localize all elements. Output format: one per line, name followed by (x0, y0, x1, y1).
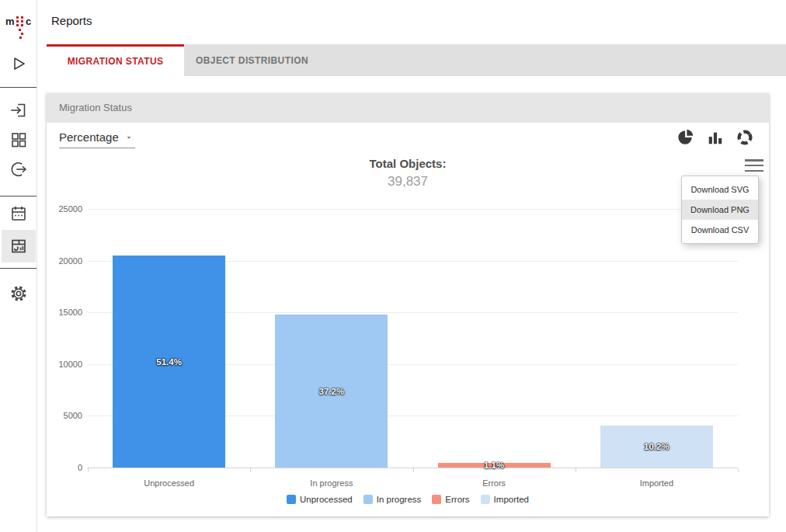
legend-swatch (481, 495, 490, 504)
context-menu-icon[interactable] (744, 158, 764, 173)
menu-item-download-svg[interactable]: Download SVG (682, 179, 758, 200)
sidebar-divider (0, 196, 37, 196)
gridline (88, 209, 738, 210)
tab-migration-status[interactable]: MIGRATION STATUS (47, 44, 184, 76)
legend-label: In progress (377, 495, 422, 504)
logo-letter-m: m (5, 16, 15, 27)
sidebar: m c (0, 0, 37, 532)
donut-chart-icon[interactable] (736, 129, 753, 146)
x-axis-label-unprocessed: Unprocessed (103, 478, 235, 488)
x-axis-label-imported: Imported (590, 478, 722, 488)
bar-label-imported: 10.2% (644, 442, 669, 451)
x-axis-tick (88, 468, 89, 472)
export-icon[interactable] (9, 160, 28, 179)
chevron-down-icon (124, 133, 134, 142)
y-axis-label: 5000 (47, 411, 82, 420)
x-axis-label-errors: Errors (428, 478, 560, 488)
legend-swatch (363, 495, 373, 504)
play-icon[interactable] (9, 54, 28, 73)
x-axis-tick (250, 468, 251, 472)
screen: m c (0, 0, 786, 532)
pie-chart-icon[interactable] (677, 129, 694, 146)
page-title: Reports (51, 14, 92, 27)
column-chart-icon[interactable] (707, 129, 724, 146)
top-header: Reports (37, 0, 786, 44)
y-axis-label: 0 (47, 463, 82, 472)
calendar-icon[interactable] (9, 204, 28, 223)
bar-label-unprocessed: 51.4% (156, 357, 182, 367)
bar-label-in-progress: 37.2% (319, 387, 345, 396)
tab-bar: MIGRATION STATUS OBJECT DISTRIBUTION (47, 44, 786, 76)
reports-icon[interactable] (9, 237, 28, 256)
chart-legend: UnprocessedIn progressErrorsImported (47, 495, 769, 504)
legend-item-in-progress[interactable]: In progress (363, 495, 422, 504)
legend-label: Errors (445, 495, 469, 504)
card-toolbar: Percentage (47, 123, 769, 155)
x-axis-tick (576, 468, 576, 472)
view-select[interactable]: Percentage (59, 129, 135, 148)
export-menu: Download SVGDownload PNGDownload CSV (681, 176, 759, 244)
legend-swatch (287, 495, 296, 504)
sidebar-divider (0, 268, 37, 269)
x-axis-label-in-progress: In progress (266, 478, 398, 488)
y-axis-label: 15000 (47, 308, 82, 317)
grid-icon[interactable] (9, 130, 28, 149)
chart-subtitle: 39,837 (47, 174, 769, 190)
view-select-value: Percentage (59, 130, 119, 144)
logo-letter-c: c (26, 16, 31, 27)
chart-title: Total Objects: (47, 157, 769, 170)
y-axis-label: 20000 (47, 256, 82, 266)
y-axis-label: 25000 (47, 204, 82, 214)
y-axis-label: 10000 (47, 360, 82, 369)
tab-label: OBJECT DISTRIBUTION (196, 55, 308, 66)
menu-item-download-png[interactable]: Download PNG (682, 200, 758, 220)
sidebar-divider (0, 87, 37, 88)
legend-swatch (432, 495, 441, 504)
bar-label-errors: 1.1% (484, 461, 504, 470)
x-axis-tick (413, 468, 414, 472)
legend-item-unprocessed[interactable]: Unprocessed (287, 495, 353, 504)
legend-label: Imported (494, 495, 529, 504)
legend-item-imported[interactable]: Imported (481, 495, 529, 504)
gear-icon[interactable] (9, 284, 28, 303)
app-logo: m c (0, 0, 37, 43)
card-title: Migration Status (47, 93, 769, 123)
legend-item-errors[interactable]: Errors (432, 495, 469, 504)
x-axis-tick (738, 468, 739, 472)
tab-label: MIGRATION STATUS (68, 56, 164, 67)
legend-label: Unprocessed (300, 495, 353, 504)
tab-object-distribution[interactable]: OBJECT DISTRIBUTION (184, 44, 320, 76)
migration-status-card: Migration Status Percentage Total Object… (47, 93, 769, 516)
chart: Total Objects: 39,837 Download SVGDownlo… (47, 155, 769, 516)
menu-item-download-csv[interactable]: Download CSV (682, 220, 758, 240)
import-icon[interactable] (9, 101, 28, 120)
